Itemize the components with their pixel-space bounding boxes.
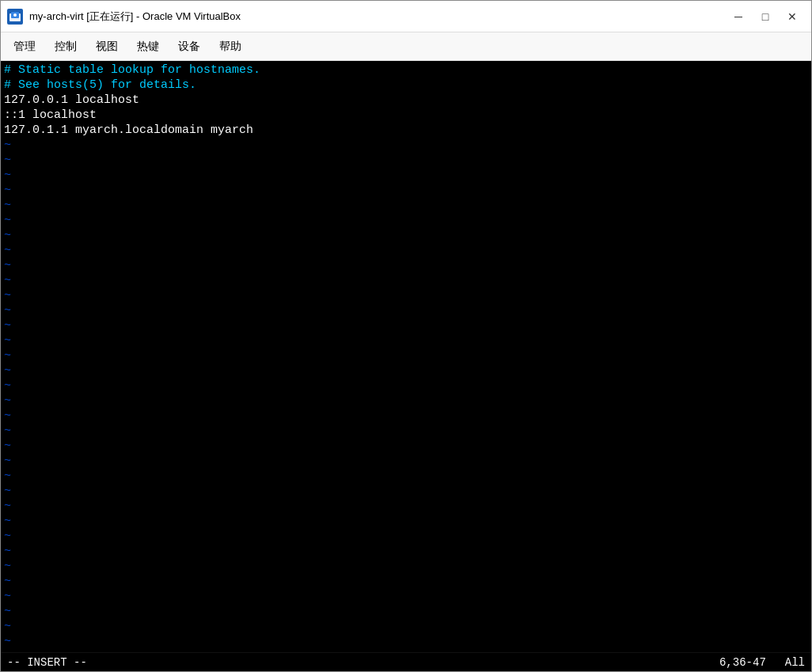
tilde-29: ~ — [4, 559, 808, 574]
scroll-position: All — [785, 656, 805, 669]
menu-item-control[interactable]: 控制 — [45, 36, 86, 57]
tilde-18: ~ — [4, 393, 808, 408]
tilde-33: ~ — [4, 619, 808, 634]
tilde-21: ~ — [4, 439, 808, 454]
vim-mode: -- INSERT -- — [7, 656, 87, 669]
status-bar: -- INSERT -- 6,36-47 All — [1, 652, 811, 671]
tilde-7: ~ — [4, 228, 808, 243]
tilde-4: ~ — [4, 183, 808, 198]
tilde-3: ~ — [4, 168, 808, 183]
title-bar: my-arch-virt [正在运行] - Oracle VM VirtualB… — [1, 1, 811, 32]
cursor-position: 6,36-47 — [719, 656, 766, 669]
menu-item-help[interactable]: 帮助 — [210, 36, 251, 57]
tilde-6: ~ — [4, 213, 808, 228]
tilde-14: ~ — [4, 333, 808, 348]
tilde-20: ~ — [4, 423, 808, 439]
tilde-28: ~ — [4, 544, 808, 559]
tilde-34: ~ — [4, 634, 808, 649]
title-bar-controls: ─ □ ✕ — [726, 6, 805, 28]
svg-point-3 — [13, 13, 17, 17]
tilde-10: ~ — [4, 273, 808, 288]
minimize-button[interactable]: ─ — [726, 6, 751, 28]
terminal-line-comment1: # Static table lookup for hostnames. — [4, 63, 808, 78]
menu-bar: 管理 控制 视图 热键 设备 帮助 — [1, 32, 811, 61]
tilde-22: ~ — [4, 454, 808, 469]
tilde-24: ~ — [4, 484, 808, 499]
tilde-35: ~ — [4, 649, 808, 652]
virtualbox-window: my-arch-virt [正在运行] - Oracle VM VirtualB… — [0, 0, 812, 672]
menu-item-hotkey[interactable]: 热键 — [127, 36, 169, 57]
tilde-15: ~ — [4, 348, 808, 363]
virtualbox-icon — [7, 9, 23, 25]
window-title: my-arch-virt [正在运行] - Oracle VM VirtualB… — [29, 9, 241, 24]
tilde-11: ~ — [4, 288, 808, 303]
terminal-line1: 127.0.0.1 localhost — [4, 93, 808, 108]
close-button[interactable]: ✕ — [780, 6, 805, 28]
tilde-25: ~ — [4, 499, 808, 514]
tilde-30: ~ — [4, 574, 808, 589]
tilde-2: ~ — [4, 153, 808, 168]
menu-item-view[interactable]: 视图 — [86, 36, 127, 57]
maximize-button[interactable]: □ — [753, 6, 778, 28]
tilde-12: ~ — [4, 303, 808, 318]
tilde-31: ~ — [4, 589, 808, 604]
tilde-27: ~ — [4, 529, 808, 544]
tilde-23: ~ — [4, 469, 808, 484]
terminal-line-comment2: # See hosts(5) for details. — [4, 78, 808, 93]
tilde-lines: ~ ~ ~ ~ ~ ~ ~ ~ ~ ~ ~ ~ ~ ~ ~ ~ ~ ~ ~ ~ — [4, 138, 808, 652]
tilde-9: ~ — [4, 258, 808, 273]
terminal-line2: ::1 localhost — [4, 108, 808, 123]
tilde-19: ~ — [4, 408, 808, 423]
tilde-16: ~ — [4, 363, 808, 378]
menu-item-manage[interactable]: 管理 — [4, 36, 45, 57]
menu-item-devices[interactable]: 设备 — [169, 36, 210, 57]
terminal-line3: 127.0.1.1 myarch.localdomain myarch — [4, 123, 808, 138]
tilde-5: ~ — [4, 198, 808, 213]
tilde-17: ~ — [4, 378, 808, 393]
tilde-1: ~ — [4, 138, 808, 153]
title-bar-left: my-arch-virt [正在运行] - Oracle VM VirtualB… — [7, 9, 241, 25]
tilde-26: ~ — [4, 514, 808, 529]
status-right: 6,36-47 All — [719, 656, 805, 669]
tilde-8: ~ — [4, 243, 808, 258]
terminal-output[interactable]: # Static table lookup for hostnames. # S… — [1, 61, 811, 652]
vm-display[interactable]: # Static table lookup for hostnames. # S… — [1, 61, 811, 652]
tilde-13: ~ — [4, 318, 808, 333]
tilde-32: ~ — [4, 604, 808, 619]
